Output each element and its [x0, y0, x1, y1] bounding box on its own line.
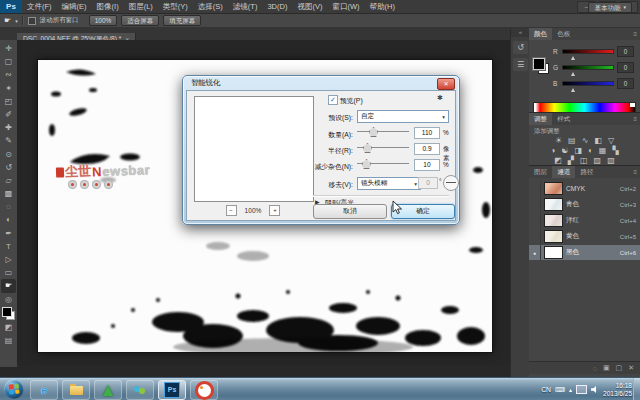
fill-screen-button[interactable]: 填充屏幕: [163, 15, 201, 26]
channel-mixer-icon[interactable]: ▦: [599, 146, 607, 155]
gradient-map-icon[interactable]: ▧: [607, 156, 615, 165]
tab-styles[interactable]: 样式: [552, 113, 575, 125]
screen-mode-icon[interactable]: ▤: [1, 334, 16, 347]
history-brush-tool[interactable]: ↺: [1, 161, 16, 174]
internet-explorer-button[interactable]: e: [30, 380, 58, 400]
posterize-icon[interactable]: ▞: [568, 156, 574, 165]
menu-edit[interactable]: 编辑(E): [57, 0, 92, 13]
eraser-tool[interactable]: ▱: [1, 174, 16, 187]
vibrance-icon[interactable]: ▽: [608, 136, 614, 145]
new-channel-icon[interactable]: ▢: [616, 364, 623, 372]
clone-stamp-tool[interactable]: ⊙: [1, 148, 16, 161]
remove-dropdown[interactable]: 镜头模糊 ▾: [357, 177, 421, 190]
red-value[interactable]: 0: [617, 46, 634, 57]
path-selection-tool[interactable]: ▷: [1, 253, 16, 266]
menu-image[interactable]: 图像(I): [92, 0, 124, 13]
invert-icon[interactable]: ◩: [554, 156, 562, 165]
zoom-100-button[interactable]: 100%: [89, 15, 118, 26]
keyboard-icon[interactable]: ⌨: [555, 386, 565, 394]
foreground-color-swatch[interactable]: [533, 58, 545, 70]
panel-color-swatches[interactable]: [533, 58, 549, 74]
selective-color-icon[interactable]: ▨: [594, 156, 602, 165]
zoom-tool[interactable]: ◎: [1, 293, 16, 306]
visibility-toggle[interactable]: [529, 197, 541, 212]
visibility-toggle[interactable]: [529, 229, 541, 244]
show-desktop-button[interactable]: [633, 378, 640, 400]
lasso-tool[interactable]: ∾: [1, 68, 16, 81]
red-slider[interactable]: [562, 49, 614, 54]
radius-slider[interactable]: [357, 143, 409, 152]
photoshop-taskbar-button[interactable]: Ps: [158, 380, 186, 400]
sharpen-preview-pane[interactable]: [194, 96, 314, 202]
visibility-toggle[interactable]: [529, 213, 541, 228]
photo-filter-icon[interactable]: ◐: [588, 146, 593, 155]
dodge-tool[interactable]: ◐: [1, 213, 16, 226]
eyedropper-tool[interactable]: ✐: [1, 108, 16, 121]
save-selection-icon[interactable]: ▣: [603, 364, 610, 372]
panel-menu-icon[interactable]: ≡: [633, 166, 637, 178]
preset-dropdown[interactable]: 自定 ▾: [357, 110, 449, 123]
dialog-settings-gear-icon[interactable]: ✱: [437, 94, 443, 102]
dialog-close-button[interactable]: ✕: [437, 78, 455, 90]
magic-wand-tool[interactable]: ✶: [1, 82, 16, 95]
move-tool[interactable]: ✛: [1, 42, 16, 55]
channel-row-cyan[interactable]: 青色 Ctrl+3: [529, 197, 640, 212]
amount-slider[interactable]: [357, 127, 409, 136]
taskbar-clock[interactable]: 16:18 2013/6/25: [603, 382, 632, 398]
amount-field[interactable]: 110: [414, 127, 440, 139]
menu-help[interactable]: 帮助(H): [365, 0, 400, 13]
network-icon[interactable]: [576, 385, 587, 394]
visibility-toggle[interactable]: [529, 181, 541, 196]
tab-color[interactable]: 颜色: [529, 28, 552, 40]
green-value[interactable]: 0: [617, 62, 634, 73]
tab-paths[interactable]: 路径: [575, 166, 598, 178]
panel-menu-icon[interactable]: ≡: [633, 113, 637, 125]
preview-checkbox[interactable]: ✓: [328, 95, 338, 105]
threshold-icon[interactable]: ◫: [580, 156, 588, 165]
angle-field[interactable]: 0: [418, 177, 438, 189]
type-tool[interactable]: T: [1, 240, 16, 253]
menu-filter[interactable]: 滤镜(T): [228, 0, 263, 13]
delete-channel-icon[interactable]: ✕: [628, 364, 634, 372]
brightness-contrast-icon[interactable]: ☀: [555, 136, 562, 145]
menu-window[interactable]: 窗口(W): [327, 0, 364, 13]
blur-tool[interactable]: ◌: [1, 200, 16, 213]
speaker-icon[interactable]: [591, 386, 599, 394]
menu-layer[interactable]: 图层(L): [124, 0, 158, 13]
channel-row-cmyk[interactable]: CMYK Ctrl+2: [529, 181, 640, 196]
messenger-button[interactable]: [126, 380, 154, 400]
healing-brush-tool[interactable]: ✚: [1, 121, 16, 134]
pen-tool[interactable]: ✒: [1, 227, 16, 240]
menu-type[interactable]: 类型(Y): [158, 0, 193, 13]
radius-field[interactable]: 0.9: [414, 143, 440, 155]
scroll-all-windows-checkbox[interactable]: [28, 17, 36, 25]
tab-adjustments[interactable]: 调整: [529, 113, 552, 125]
quick-mask-icon[interactable]: ◩: [1, 321, 16, 334]
brush-tool[interactable]: ✎: [1, 134, 16, 147]
channel-row-magenta[interactable]: 洋红 Ctrl+4: [529, 213, 640, 228]
history-panel-icon[interactable]: ↺: [513, 41, 528, 54]
blue-slider[interactable]: [562, 81, 614, 86]
menu-file[interactable]: 文件(F): [22, 0, 57, 13]
language-indicator[interactable]: CN: [541, 386, 551, 393]
red-app-button[interactable]: [190, 380, 218, 400]
tab-channels[interactable]: 通道: [552, 166, 575, 178]
fit-screen-button[interactable]: 适合屏幕: [121, 15, 159, 26]
menu-view[interactable]: 视图(V): [292, 0, 327, 13]
preview-zoom-out-button[interactable]: −: [226, 205, 237, 216]
green-app-button[interactable]: [94, 380, 122, 400]
angle-dial[interactable]: [443, 175, 459, 191]
color-balance-icon[interactable]: ☯: [561, 146, 568, 155]
menu-select[interactable]: 选择(S): [193, 0, 228, 13]
channel-row-yellow[interactable]: 黄色 Ctrl+5: [529, 229, 640, 244]
cancel-button[interactable]: 取消: [313, 204, 387, 219]
start-button[interactable]: [4, 379, 24, 399]
reduce-noise-field[interactable]: 10: [414, 159, 440, 171]
properties-panel-icon[interactable]: ☰: [513, 58, 528, 71]
curves-icon[interactable]: ∿: [582, 136, 589, 145]
hue-saturation-icon[interactable]: ◑: [550, 146, 555, 155]
gradient-tool[interactable]: ▩: [1, 187, 16, 200]
shape-tool[interactable]: ▭: [1, 266, 16, 279]
color-lookup-icon[interactable]: ▚: [612, 146, 618, 155]
tab-layers[interactable]: 图层: [529, 166, 552, 178]
